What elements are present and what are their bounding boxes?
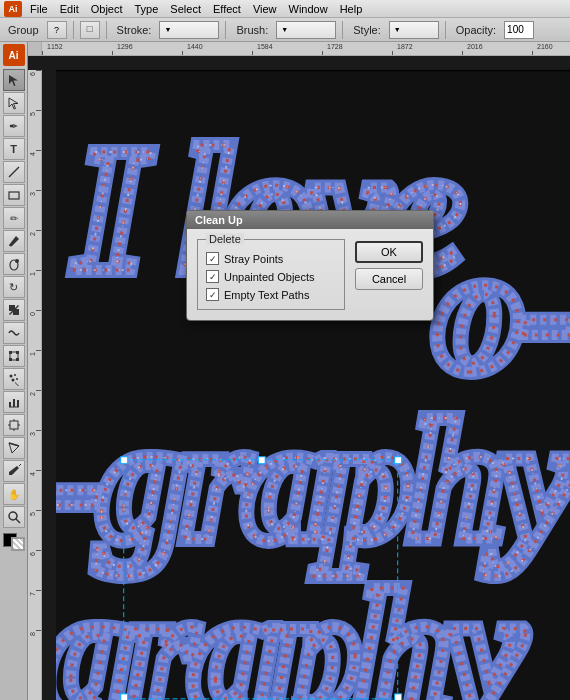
ruler-h-number: 1152 [47,43,63,50]
delete-group-label: Delete [206,233,244,245]
zoom-tool[interactable] [3,506,25,528]
unpainted-objects-row: ✓ Unpainted Objects [206,270,336,283]
menu-select[interactable]: Select [164,0,207,18]
pen-tool[interactable]: ✒ [3,115,25,137]
direct-selection-tool[interactable] [3,92,25,114]
dialog-body: Delete ✓ Stray Points ✓ Unpainted Object… [187,229,433,320]
ok-button[interactable]: OK [355,241,423,263]
dialog-overlay: Clean Up Delete ✓ Stray Points ✓ [56,70,570,700]
ai-logo: Ai [4,1,22,17]
graph-tool[interactable] [3,391,25,413]
menu-window[interactable]: Window [283,0,334,18]
ruler-v-number: 6 [29,72,36,76]
svg-rect-13 [9,402,11,407]
canvas-area[interactable]: I love I love I love I love I love o- o- [56,70,570,700]
svg-rect-6 [16,351,19,354]
menu-view[interactable]: View [247,0,283,18]
group-label: Group [4,24,43,36]
ruler-v-number: 3 [29,432,36,436]
brush-label: Brush: [232,24,272,36]
toolbar-separator-3 [225,21,226,39]
style-dropdown[interactable] [389,21,439,39]
stray-points-label: Stray Points [224,253,283,265]
svg-rect-5 [9,351,12,354]
opacity-input[interactable]: 100 [504,21,534,39]
ruler-h-number: 1440 [187,43,203,50]
symbol-spray-tool[interactable] [3,368,25,390]
ruler-h-number: 2016 [467,43,483,50]
toolbar-separator-2 [106,21,107,39]
hand-tool[interactable]: ✋ [3,483,25,505]
line-tool[interactable] [3,161,25,183]
menu-object[interactable]: Object [85,0,129,18]
stroke-dropdown[interactable] [159,21,219,39]
warp-tool[interactable] [3,322,25,344]
ruler-v-number: 5 [29,512,36,516]
horizontal-ruler: 1152129614401584172818722016216023042448 [28,42,570,56]
svg-rect-17 [10,421,18,429]
svg-rect-15 [17,400,19,407]
ruler-h-number: 2160 [537,43,553,50]
svg-point-12 [16,378,18,380]
question-button[interactable]: ? [47,21,67,39]
ruler-v-number: 0 [29,312,36,316]
slice-tool[interactable] [3,437,25,459]
pencil-tool[interactable]: ✏ [3,207,25,229]
blob-brush-tool[interactable] [3,253,25,275]
ruler-v-number: 5 [29,112,36,116]
unpainted-objects-checkbox[interactable]: ✓ [206,270,219,283]
eyedropper-tool[interactable] [3,460,25,482]
empty-text-paths-checkbox[interactable]: ✓ [206,288,219,301]
stray-points-checkbox[interactable]: ✓ [206,252,219,265]
rotate-tool[interactable]: ↻ [3,276,25,298]
svg-rect-1 [9,192,19,199]
cancel-button[interactable]: Cancel [355,268,423,290]
free-transform-tool[interactable] [3,345,25,367]
main-area: Ai ✒ T ✏ ↻ [0,42,570,700]
svg-line-22 [9,443,19,446]
brush-tool[interactable] [3,230,25,252]
menu-file[interactable]: File [24,0,54,18]
artboard-tool[interactable] [3,414,25,436]
type-tool[interactable]: T [3,138,25,160]
ruler-v-number: 2 [29,392,36,396]
stroke-label: Stroke: [113,24,156,36]
ruler-v-number: 1 [29,272,36,276]
shape-tool[interactable] [3,184,25,206]
svg-rect-14 [13,399,15,407]
ruler-v-number: 2 [29,232,36,236]
left-toolbox: Ai ✒ T ✏ ↻ [0,42,28,700]
svg-point-11 [11,379,14,382]
svg-point-10 [14,374,16,376]
ruler-v-number: 7 [29,592,36,596]
ruler-v-number: 4 [29,472,36,476]
style-label: Style: [349,24,385,36]
menu-edit[interactable]: Edit [54,0,85,18]
selection-tool[interactable] [3,69,25,91]
dialog-titlebar: Clean Up [187,211,433,229]
ruler-v-number: 3 [29,192,36,196]
ruler-v-number: 4 [29,152,36,156]
menu-effect[interactable]: Effect [207,0,247,18]
ruler-h-number: 1872 [397,43,413,50]
menu-type[interactable]: Type [129,0,165,18]
svg-rect-8 [16,358,19,361]
svg-point-9 [9,375,12,378]
top-toolbar: Group ? ☐ Stroke: Brush: Style: Opacity:… [0,18,570,42]
delete-group: Delete ✓ Stray Points ✓ Unpainted Object… [197,239,345,310]
toolbar-separator-1 [73,21,74,39]
unpainted-objects-label: Unpainted Objects [224,271,315,283]
brush-dropdown[interactable] [276,21,336,39]
menu-help[interactable]: Help [334,0,369,18]
ruler-h-number: 1728 [327,43,343,50]
opacity-label: Opacity: [452,24,500,36]
ai-toolbox-logo: Ai [3,44,25,66]
svg-line-25 [16,519,20,523]
ruler-v-number: 8 [29,632,36,636]
canvas-wrapper: 1152129614401584172818722016216023042448… [28,42,570,700]
ruler-v-number: 1 [29,352,36,356]
ruler-v-number: 6 [29,552,36,556]
scale-tool[interactable] [3,299,25,321]
stroke-mode-icon[interactable]: ☐ [80,21,100,39]
empty-text-paths-label: Empty Text Paths [224,289,309,301]
